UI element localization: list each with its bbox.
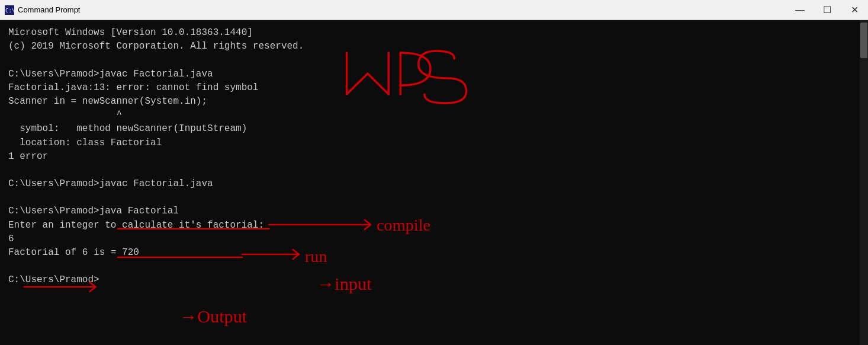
terminal-line [8, 164, 860, 177]
terminal-line: Factorial of 6 is = 720 [8, 246, 860, 260]
scrollbar-thumb[interactable] [860, 23, 867, 58]
terminal-line: C:\Users\Pramod>javac Factorial.java [8, 68, 860, 81]
titlebar-controls: — ☐ ✕ [786, 0, 868, 20]
terminal-line: C:\Users\Pramod>javac Factorial.java [8, 177, 860, 191]
close-button[interactable]: ✕ [841, 0, 868, 20]
scrollbar[interactable] [860, 20, 868, 345]
terminal-line: Microsoft Windows [Version 10.0.18363.14… [8, 26, 860, 40]
terminal-line: Factorial.java:13: error: cannot find sy… [8, 81, 860, 95]
terminal-line [8, 260, 860, 273]
terminal-line: 1 error [8, 150, 860, 164]
terminal-line: 6 [8, 232, 860, 246]
svg-text:→Output: →Output [179, 306, 247, 327]
terminal-line: Enter an integer to calculate it's facto… [8, 219, 860, 232]
svg-text:C:\: C:\ [5, 8, 14, 14]
terminal-line: Scanner in = newScanner(System.in); [8, 95, 860, 108]
titlebar: C:\ Command Prompt — ☐ ✕ [0, 0, 868, 20]
terminal-line: C:\Users\Pramod> [8, 273, 860, 287]
terminal-line: (c) 2019 Microsoft Corporation. All righ… [8, 40, 860, 53]
terminal-output: Microsoft Windows [Version 10.0.18363.14… [8, 26, 860, 288]
terminal-line [8, 53, 860, 67]
terminal-body[interactable]: Microsoft Windows [Version 10.0.18363.14… [0, 20, 868, 345]
terminal-line: location: class Factorial [8, 136, 860, 150]
cmd-window: C:\ Command Prompt — ☐ ✕ Microsoft Windo… [0, 0, 868, 345]
minimize-button[interactable]: — [786, 0, 814, 20]
terminal-line [8, 191, 860, 205]
terminal-line: C:\Users\Pramod>java Factorial [8, 205, 860, 218]
titlebar-left: C:\ Command Prompt [5, 5, 80, 15]
window-title: Command Prompt [18, 5, 80, 14]
terminal-line: ^ [8, 108, 860, 122]
maximize-button[interactable]: ☐ [814, 0, 841, 20]
cmd-icon: C:\ [5, 5, 14, 15]
terminal-line: symbol: method newScanner(InputStream) [8, 122, 860, 136]
